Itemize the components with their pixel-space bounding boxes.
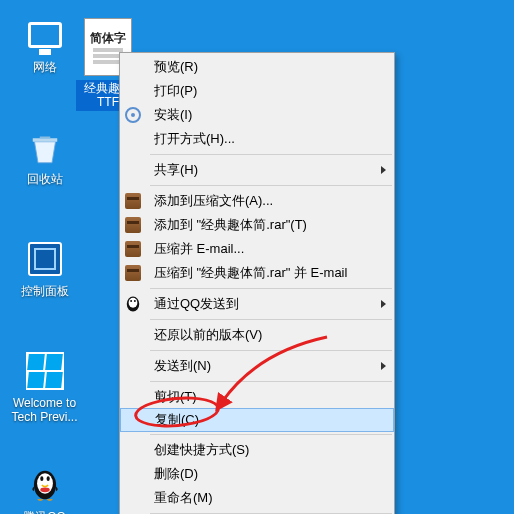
svg-point-3 [46, 476, 49, 481]
menu-item[interactable]: 压缩到 "经典趣体简.rar" 并 E-mail [120, 261, 394, 285]
menu-item[interactable]: 复制(C) [120, 408, 394, 432]
svg-point-8 [134, 300, 136, 302]
context-menu: 预览(R)打印(P)安装(I)打开方式(H)...共享(H)添加到压缩文件(A)… [119, 52, 395, 514]
menu-item-label: 添加到压缩文件(A)... [154, 192, 273, 210]
menu-item[interactable]: 创建快捷方式(S) [120, 438, 394, 462]
monitor-icon [24, 14, 66, 56]
menu-item[interactable]: 重命名(M) [120, 486, 394, 510]
menu-item-label: 打印(P) [154, 82, 197, 100]
svg-point-6 [129, 298, 138, 308]
menu-item[interactable]: 添加到压缩文件(A)... [120, 189, 394, 213]
menu-item-label: 重命名(M) [154, 489, 213, 507]
menu-item[interactable]: 通过QQ发送到 [120, 292, 394, 316]
desktop-icon-tech-preview[interactable]: Welcome to Tech Previ... [7, 350, 82, 425]
disc-icon [123, 105, 143, 125]
svg-point-7 [130, 300, 132, 302]
qq-icon [123, 294, 143, 314]
chevron-right-icon [381, 362, 386, 370]
menu-item[interactable]: 共享(H) [120, 158, 394, 182]
qq-icon [24, 464, 66, 506]
menu-item-label: 预览(R) [154, 58, 198, 76]
menu-separator [150, 185, 392, 186]
menu-separator [150, 288, 392, 289]
recycle-icon [24, 126, 66, 168]
icon-label: 控制面板 [21, 284, 69, 298]
rar-icon [123, 215, 143, 235]
menu-item-label: 删除(D) [154, 465, 198, 483]
svg-point-4 [40, 487, 50, 492]
menu-item-label: 发送到(N) [154, 357, 211, 375]
menu-item-label: 通过QQ发送到 [154, 295, 239, 313]
rar-icon [123, 239, 143, 259]
menu-item-label: 共享(H) [154, 161, 198, 179]
panel-icon [24, 238, 66, 280]
menu-item-label: 安装(I) [154, 106, 192, 124]
menu-item-label: 创建快捷方式(S) [154, 441, 249, 459]
menu-item[interactable]: 还原以前的版本(V) [120, 323, 394, 347]
menu-item-label: 添加到 "经典趣体简.rar"(T) [154, 216, 307, 234]
menu-item-label: 压缩并 E-mail... [154, 240, 244, 258]
menu-separator [150, 350, 392, 351]
desktop-icon-control-panel[interactable]: 控制面板 [7, 238, 82, 298]
desktop-icon-network[interactable]: 网络 [7, 14, 82, 74]
menu-item[interactable]: 发送到(N) [120, 354, 394, 378]
menu-item[interactable]: 打印(P) [120, 79, 394, 103]
menu-separator [150, 154, 392, 155]
windows-icon [24, 350, 66, 392]
rar-icon [123, 191, 143, 211]
menu-item[interactable]: 添加到 "经典趣体简.rar"(T) [120, 213, 394, 237]
menu-item[interactable]: 预览(R) [120, 55, 394, 79]
menu-item-label: 还原以前的版本(V) [154, 326, 262, 344]
menu-item[interactable]: 剪切(T) [120, 385, 394, 409]
rar-icon [123, 263, 143, 283]
menu-item-label: 剪切(T) [154, 388, 197, 406]
menu-separator [150, 434, 392, 435]
menu-separator [150, 319, 392, 320]
chevron-right-icon [381, 166, 386, 174]
chevron-right-icon [381, 300, 386, 308]
menu-item-label: 打开方式(H)... [154, 130, 235, 148]
menu-item[interactable]: 安装(I) [120, 103, 394, 127]
menu-item-label: 复制(C) [155, 411, 199, 429]
menu-item[interactable]: 压缩并 E-mail... [120, 237, 394, 261]
icon-label: 网络 [33, 60, 57, 74]
icon-label: 腾讯QQ [23, 510, 66, 514]
menu-separator [150, 381, 392, 382]
menu-item[interactable]: 打开方式(H)... [120, 127, 394, 151]
icon-label: Welcome to Tech Previ... [7, 396, 82, 425]
menu-item-label: 压缩到 "经典趣体简.rar" 并 E-mail [154, 264, 347, 282]
desktop-icon-recycle[interactable]: 回收站 [7, 126, 82, 186]
font-preview-text: 简体字 [90, 30, 126, 47]
icon-label: 回收站 [27, 172, 63, 186]
desktop-icon-qq[interactable]: 腾讯QQ [7, 464, 82, 514]
menu-item[interactable]: 删除(D) [120, 462, 394, 486]
svg-point-2 [40, 476, 43, 481]
